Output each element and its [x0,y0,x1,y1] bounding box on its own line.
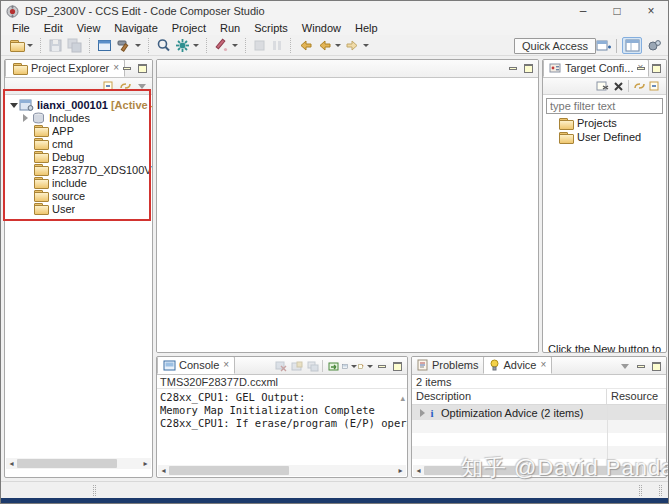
maximize-panel-button[interactable] [649,360,664,373]
maximize-panel-button[interactable] [521,62,536,75]
scrollbar-thumb[interactable] [17,459,117,468]
new-button[interactable] [8,39,35,52]
minimize-panel-button[interactable] [633,62,648,75]
tree-item-source[interactable]: source [5,189,152,202]
tab-problems[interactable]: Problems [412,356,483,374]
project-explorer-title: Project Explorer [31,62,109,74]
minimize-panel-button[interactable] [119,62,134,75]
menu-run[interactable]: Run [213,22,247,34]
pin-console-button[interactable] [326,359,341,373]
maximize-panel-button[interactable] [135,62,150,75]
remove-all-launches-button[interactable] [305,359,320,373]
window-close-button[interactable]: × [634,1,668,21]
chevron-collapsed-icon[interactable] [21,113,30,122]
project-name: lianxi_000101 [37,99,108,111]
display-console-icon [342,361,348,372]
remove-launch-icon [291,361,303,372]
open-console-button[interactable] [358,359,373,373]
maximize-panel-button[interactable] [390,360,405,373]
console-horizontal-scrollbar[interactable]: ◂ ▸ [158,465,406,476]
tab-console[interactable]: Console × [157,356,235,374]
menu-view[interactable]: View [70,22,108,34]
view-menu-button[interactable] [134,79,149,93]
collapse-all-button[interactable] [648,79,663,93]
save-button[interactable] [46,37,65,54]
menu-file[interactable]: File [5,22,37,34]
console-output[interactable]: C28xx_CPU1: GEL Output: Memory Map Initi… [157,389,407,432]
tree-item-debug[interactable]: Debug [5,150,152,163]
menu-help[interactable]: Help [348,22,385,34]
gold-left-arrow-icon [298,39,313,52]
display-selected-console-button[interactable] [342,359,357,373]
window-maximize-button[interactable]: □ [600,1,634,21]
collapse-all-button[interactable] [102,79,117,93]
scrollbar-thumb[interactable] [424,466,642,475]
ccs-debug-perspective-button[interactable] [644,37,664,54]
remove-launch-button[interactable] [289,359,304,373]
menu-project[interactable]: Project [165,22,213,34]
view-menu-button[interactable] [617,359,632,373]
tree-item-app[interactable]: APP [5,124,152,137]
scroll-left-icon[interactable]: ◂ [158,465,169,476]
tree-item-user-defined[interactable]: User Defined [543,130,666,144]
scroll-left-icon[interactable]: ◂ [413,465,424,476]
close-icon[interactable]: × [223,360,229,370]
link-icon [633,80,646,92]
link-with-selection-button[interactable] [632,79,647,93]
filter-input[interactable] [546,98,663,114]
scroll-up-icon[interactable]: ▴ [400,393,405,403]
minimize-panel-button[interactable] [633,360,648,373]
resume-button[interactable] [268,38,285,53]
tree-item-user[interactable]: User [5,202,152,215]
open-perspective-button[interactable] [593,37,613,54]
column-resource[interactable]: Resource [607,389,662,404]
advice-horizontal-scrollbar[interactable]: ◂ ▸ [413,465,665,476]
advice-row-optimization[interactable]: i Optimization Advice (2 items) [412,405,666,420]
menu-edit[interactable]: Edit [37,22,70,34]
menu-window[interactable]: Window [295,22,348,34]
tab-advice[interactable]: Advice × [483,356,552,374]
maximize-icon [138,64,147,73]
console-title: Console [179,359,219,371]
minimize-panel-button[interactable] [505,62,520,75]
quick-access-button[interactable]: Quick Access [514,38,596,54]
chevron-expanded-icon[interactable] [9,100,18,109]
explorer-horizontal-scrollbar[interactable]: ◂ ▸ [6,458,151,469]
menu-scripts[interactable]: Scripts [247,22,295,34]
scroll-right-icon[interactable]: ▸ [140,458,151,469]
tree-item-projects[interactable]: Projects [543,116,666,130]
tree-item-cmd[interactable]: cmd [5,137,152,150]
lightbulb-icon [489,359,500,371]
scroll-left-icon[interactable]: ◂ [6,458,17,469]
link-with-editor-button[interactable] [118,79,133,93]
forward-button[interactable] [343,38,371,53]
close-icon[interactable]: × [541,360,547,370]
build-button[interactable] [114,37,143,54]
tree-item-include[interactable]: include [5,176,152,189]
open-editor-button[interactable] [95,37,114,54]
tree-item-includes[interactable]: Includes [5,111,152,124]
tree-item-project[interactable]: lianxi_000101[Active - Debu [5,98,152,111]
last-edit-location-button[interactable] [296,38,315,53]
menu-navigate[interactable]: Navigate [107,22,164,34]
scroll-right-icon[interactable]: ▸ [654,465,665,476]
column-description[interactable]: Description [412,389,607,404]
minimize-panel-button[interactable] [374,360,389,373]
new-target-configuration-button[interactable] [595,79,610,93]
suspend-button[interactable] [251,38,268,53]
ccs-edit-perspective-button[interactable] [622,37,642,54]
scrollbar-thumb[interactable] [169,466,289,475]
connect-button[interactable] [212,37,240,54]
chevron-collapsed-icon[interactable] [418,408,427,417]
tree-item-f28377d[interactable]: F28377D_XDS100V3 [5,163,152,176]
tab-project-explorer[interactable]: Project Explorer × [5,59,125,77]
window-minimize-button[interactable]: – [566,1,600,21]
back-button[interactable] [315,38,343,53]
scroll-right-icon[interactable]: ▸ [395,465,406,476]
maximize-panel-button[interactable] [649,62,664,75]
debug-button[interactable] [154,37,173,54]
delete-target-configuration-button[interactable] [611,79,626,93]
flash-button[interactable] [173,37,201,54]
terminate-button[interactable] [273,359,288,373]
save-all-button[interactable] [65,37,84,54]
